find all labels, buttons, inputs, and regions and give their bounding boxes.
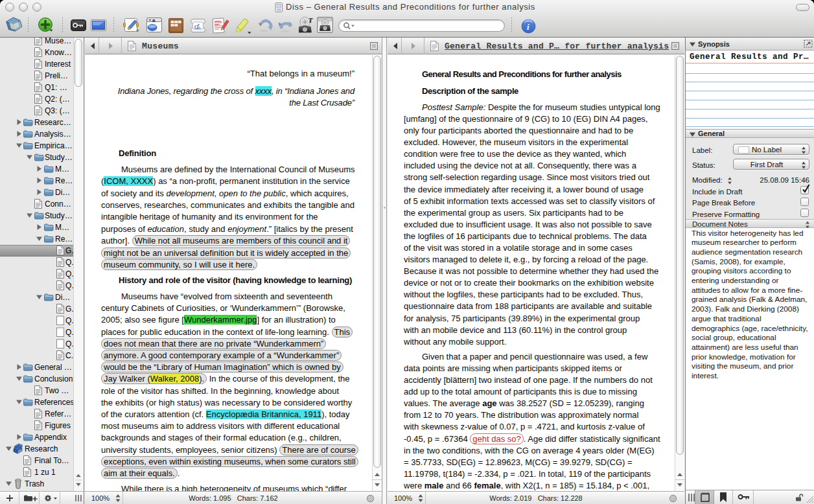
svg-text:cf.: cf. [194, 23, 200, 29]
svg-text:a: a [152, 17, 156, 23]
svg-text:i: i [527, 22, 529, 32]
svg-text:T: T [308, 17, 313, 24]
